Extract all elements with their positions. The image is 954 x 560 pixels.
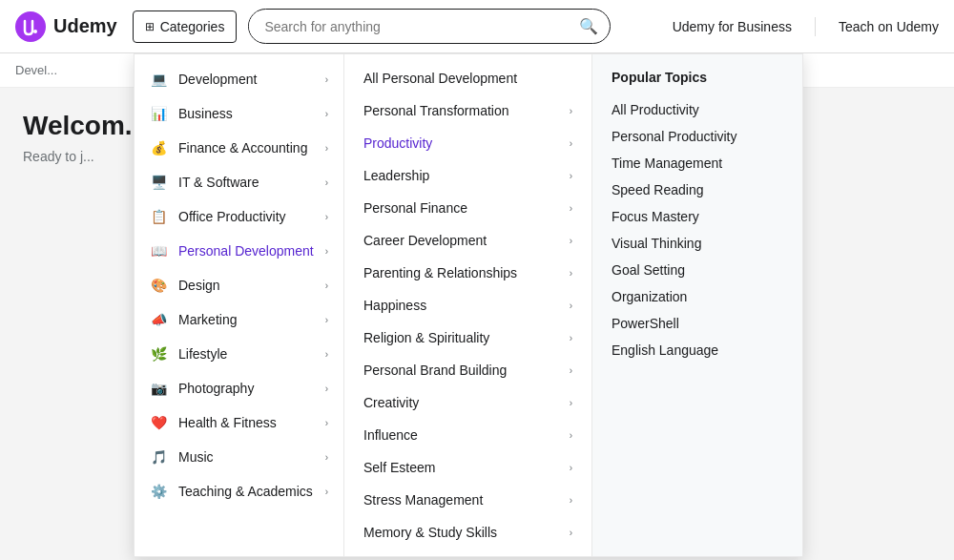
popular-item-0[interactable]: All Productivity [612,96,783,123]
menu-icon-development: 💻 [150,71,167,88]
menu-middle-label-personal-transformation: Personal Transformation [363,103,509,118]
menu-icon-it-software: 🖥️ [150,174,167,187]
popular-item-3[interactable]: Speed Reading [612,176,783,187]
menu-left-item-finance[interactable]: 💰 Finance & Accounting › [135,131,343,165]
teach-on-udemy-link[interactable]: Teach on Udemy [839,19,939,34]
grid-icon: ⊞ [145,20,155,33]
menu-middle-item-all-personal-dev[interactable]: All Personal Development [344,62,591,94]
categories-button[interactable]: ⊞ Categories [133,10,238,43]
menu-left-item-content-it-software: 🖥️ IT & Software [150,174,259,187]
chevron-icon-development: › [325,74,328,85]
menu-left-item-content-development: 💻 Development [150,71,258,88]
udemy-business-link[interactable]: Udemy for Business [673,19,792,34]
header: Udemy ⊞ Categories 🔍 Udemy for Business … [0,0,954,53]
search-bar: 🔍 [248,9,611,44]
menu-left-item-it-software[interactable]: 🖥️ IT & Software › [135,165,343,187]
menu-left-label-business: Business [178,106,233,121]
popular-items-list: All ProductivityPersonal ProductivityTim… [612,96,783,187]
menu-left-panel: 💻 Development › 📊 Business › 💰 Finance &… [135,54,344,187]
menu-middle-label-all-personal-dev: All Personal Development [363,71,517,86]
menu-left-item-content-business: 📊 Business [150,105,233,122]
chevron-icon-finance: › [325,143,328,154]
popular-item-2[interactable]: Time Management [612,150,783,176]
popular-topics-title: Popular Topics [612,70,783,85]
chevron-icon-leadership: › [570,171,572,181]
nav-divider [815,17,816,36]
search-button[interactable]: 🔍 [568,10,610,43]
menu-right-panel: Popular Topics All ProductivityPersonal … [592,54,802,187]
svg-point-0 [33,30,37,33]
menu-left-label-finance: Finance & Accounting [178,140,307,156]
menu-left-item-business[interactable]: 📊 Business › [135,96,343,131]
menu-icon-finance: 💰 [150,139,167,156]
logo[interactable]: Udemy [15,11,117,42]
chevron-icon-productivity: › [570,138,572,149]
chevron-icon-personal-transformation: › [570,106,572,116]
popular-item-1[interactable]: Personal Productivity [612,123,783,150]
menu-left-item-content-finance: 💰 Finance & Accounting [150,139,307,156]
menu-middle-panel: All Personal Development Personal Transf… [344,54,592,187]
menu-icon-business: 📊 [150,105,167,122]
menu-left-label-development: Development [178,72,258,87]
header-nav: Udemy for Business Teach on Udemy [673,17,939,36]
menu-left-item-development[interactable]: 💻 Development › [135,62,343,96]
logo-text: Udemy [53,15,117,37]
menu-middle-item-productivity[interactable]: Productivity › [344,127,591,159]
menu-middle-item-personal-transformation[interactable]: Personal Transformation › [344,94,591,127]
logo-icon [15,11,46,42]
menu-middle-item-leadership[interactable]: Leadership › [344,159,591,187]
search-input[interactable] [249,11,568,42]
mega-menu: 💻 Development › 📊 Business › 💰 Finance &… [134,53,803,187]
chevron-icon-it-software: › [325,177,328,188]
menu-middle-label-leadership: Leadership [363,168,429,183]
menu-left-label-it-software: IT & Software [178,175,259,187]
menu-middle-label-productivity: Productivity [363,135,432,151]
chevron-icon-business: › [325,109,328,119]
